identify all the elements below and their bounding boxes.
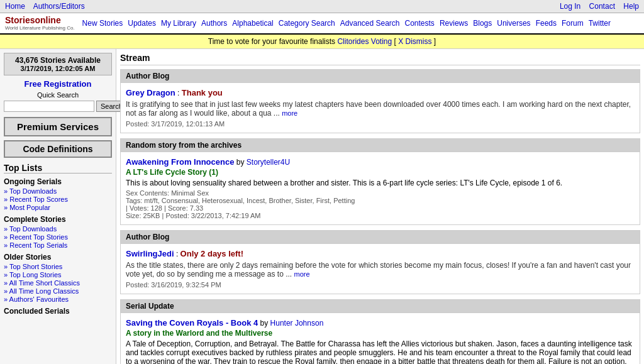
subtitle-num: (1) (209, 168, 218, 177)
stream-header: Stream (120, 53, 640, 65)
lt-life-cycle-link[interactable]: A LT's Life Cycle Story (126, 168, 207, 177)
ongoing-serials-title: Ongoing Serials (4, 177, 112, 186)
nav-blogs[interactable]: Blogs (473, 19, 492, 28)
sidebar-all-time-long-classics[interactable]: All Time Long Classics (4, 287, 112, 295)
author-blog-grey-dragon: Author Blog Grey Dragon : Thank you It i… (120, 69, 640, 133)
help-link[interactable]: Help (623, 2, 639, 11)
random-story-header: Random story from the archives (121, 139, 640, 152)
nav-authors[interactable]: Authors (201, 19, 227, 28)
sidebar-authors-favourites[interactable]: Authors' Favourites (4, 295, 112, 303)
author-blog-body-1: Grey Dragon : Thank you It is gratifying… (121, 83, 640, 133)
nav-new-stories[interactable]: New Stories (82, 19, 123, 28)
serial-update-body: Saving the Coven Royals - Book 4 by Hunt… (121, 313, 640, 364)
grey-dragon-separator: : (177, 89, 182, 97)
code-definitions-button[interactable]: Code Definitions (4, 140, 112, 158)
premium-services-button[interactable]: Premium Services (4, 117, 112, 136)
clitorides-link[interactable]: Clitorides Voting (337, 37, 392, 46)
nav-twitter[interactable]: Twitter (589, 19, 611, 28)
top-nav-right: Log In Contact Help (553, 2, 639, 11)
hunter-johnson-link[interactable]: Hunter Johnson (270, 319, 324, 328)
sidebar-top-downloads-complete[interactable]: Top Downloads (4, 225, 112, 233)
serial-update-header: Serial Update (121, 300, 640, 313)
serial-update-subtitle: A story in the Warlord and the Multivers… (126, 329, 635, 338)
serial-update-title-row: Saving the Coven Royals - Book 4 by Hunt… (126, 318, 635, 328)
older-stories-title: Older Stories (4, 253, 112, 262)
storyteller4u-link[interactable]: Storyteller4U (247, 158, 290, 167)
saving-coven-title-link[interactable]: Saving the Coven Royals - Book 4 (126, 318, 258, 328)
random-story-body: Awakening From Innocence by Storyteller4… (121, 152, 640, 224)
content-area: Stream Author Blog Grey Dragon : Thank y… (116, 49, 644, 364)
sidebar-top-downloads-ongoing[interactable]: Top Downloads (4, 187, 112, 195)
complete-stories-title: Complete Stories (4, 215, 112, 224)
top-lists-header: Top Lists (4, 163, 112, 174)
main-layout: 43,676 Stories Available 3/17/2019, 12:0… (0, 49, 644, 364)
random-story-section: Random story from the archives Awakening… (120, 138, 640, 225)
top-nav-left: Home Authors/Editors (5, 2, 91, 11)
by-author-2: by Hunter Johnson (260, 319, 324, 328)
sidebar-most-popular[interactable]: Most Popular (4, 204, 112, 211)
dismiss-link[interactable]: X Dismiss (398, 37, 431, 46)
awakening-story-title-link[interactable]: Awakening From Innocence (126, 157, 234, 167)
swirlingjedi-author-link[interactable]: SwirlingJedi (126, 249, 174, 258)
nav-advanced-search[interactable]: Advanced Search (340, 19, 400, 28)
swirlingjedi-post-text: As the title states, there are only 2 da… (126, 261, 635, 279)
random-story-subtitle: A LT's Life Cycle Story (1) (126, 168, 635, 177)
alert-bar: Time to vote for your favourite finalist… (0, 35, 644, 49)
grey-dragon-author-link[interactable]: Grey Dragon (126, 88, 175, 97)
author-blog-header-2: Author Blog (121, 231, 640, 244)
search-input[interactable] (4, 101, 94, 112)
sidebar-recent-top-scores[interactable]: Recent Top Scores (4, 196, 112, 203)
logo-nav-bar: Storiesonline World Literature Publishin… (0, 13, 644, 35)
nav-reviews[interactable]: Reviews (440, 19, 468, 28)
by-author-1: by Storyteller4U (236, 158, 290, 167)
author-blog-header-1: Author Blog (121, 70, 640, 83)
stories-count-number: 43,676 Stories Available (7, 56, 109, 65)
authors-editors-link[interactable]: Authors/Editors (33, 2, 85, 11)
sidebar-top-long-stories[interactable]: Top Long Stories (4, 271, 112, 279)
nav-my-library[interactable]: My Library (161, 19, 196, 28)
sidebar-top-short-stories[interactable]: Top Short Stories (4, 263, 112, 270)
random-story-meta: Sex Contents: Minimal Sex Tags: mt/ft, C… (126, 189, 635, 219)
nav-updates[interactable]: Updates (128, 19, 156, 28)
stories-count: 43,676 Stories Available 3/17/2019, 12:0… (4, 53, 112, 75)
random-story-desc: This is about loving sensuality shared b… (126, 179, 635, 187)
serial-update-desc: A Tale of Deception, Corruption, and Bet… (126, 339, 635, 364)
site-logo: Storiesonline World Literature Publishin… (5, 16, 75, 31)
sidebar-recent-top-stories[interactable]: Recent Top Stories (4, 233, 112, 241)
main-navigation: New Stories Updates My Library Authors A… (82, 19, 616, 28)
sidebar-all-time-short-classics[interactable]: All Time Short Classics (4, 279, 112, 287)
alert-text: Time to vote for your favourite finalist… (208, 37, 335, 46)
grey-dragon-more-link[interactable]: more (282, 109, 297, 117)
nav-universes[interactable]: Universes (497, 19, 530, 28)
nav-alphabetical[interactable]: Alphabetical (232, 19, 273, 28)
login-link[interactable]: Log In (560, 2, 580, 11)
home-link[interactable]: Home (5, 2, 25, 11)
nav-forum[interactable]: Forum (562, 19, 584, 28)
swirlingjedi-more-link[interactable]: more (294, 270, 310, 278)
nav-feeds[interactable]: Feeds (536, 19, 557, 28)
free-registration-link[interactable]: Free Registration (4, 79, 112, 89)
logo-subtitle: World Literature Publishing Co. (5, 25, 75, 31)
random-story-title-row: Awakening From Innocence by Storyteller4… (126, 157, 635, 167)
swirlingjedi-post-date: Posted: 3/16/2019, 9:32:54 PM (126, 281, 635, 289)
top-navigation: Home Authors/Editors Log In Contact Help (0, 0, 644, 13)
serial-update-section: Serial Update Saving the Coven Royals - … (120, 299, 640, 364)
quick-search-label: Quick Search (4, 91, 112, 99)
contact-link[interactable]: Contact (589, 2, 615, 11)
grey-dragon-post-title[interactable]: Thank you (182, 88, 223, 97)
author-blog-swirlingjedi: Author Blog SwirlingJedi : Only 2 days l… (120, 230, 640, 294)
sidebar-recent-top-serials[interactable]: Recent Top Serials (4, 241, 112, 249)
swirlingjedi-post-title[interactable]: Only 2 days left! (180, 249, 243, 258)
swirlingjedi-separator: : (176, 250, 180, 258)
stories-count-date: 3/17/2019, 12:02:05 AM (7, 65, 109, 72)
concluded-serials-title: Concluded Serials (4, 307, 112, 316)
logo-title: Storiesonline (5, 16, 75, 25)
nav-contests[interactable]: Contests (405, 19, 435, 28)
grey-dragon-post-text: It is gratifying to see that in just las… (126, 100, 635, 118)
search-row: Search (4, 101, 112, 112)
author-blog-body-2: SwirlingJedi : Only 2 days left! As the … (121, 244, 640, 294)
nav-category-search[interactable]: Category Search (279, 19, 335, 28)
warlord-multiverse-link[interactable]: A story in the Warlord and the Multivers… (126, 329, 272, 338)
sidebar: 43,676 Stories Available 3/17/2019, 12:0… (0, 49, 116, 364)
grey-dragon-post-date: Posted: 3/17/2019, 12:01:13 AM (126, 120, 635, 128)
